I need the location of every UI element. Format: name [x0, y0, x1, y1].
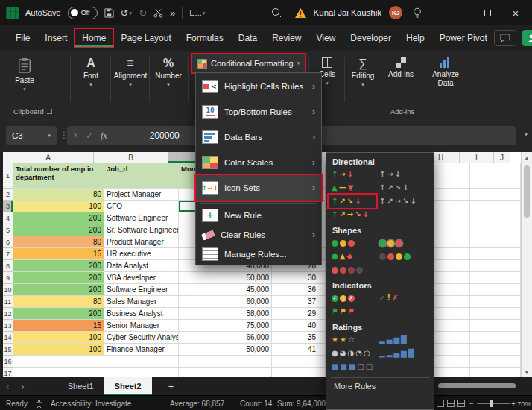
close-button[interactable]: × — [505, 4, 526, 22]
cell[interactable] — [470, 212, 504, 224]
cell[interactable]: 60,000 — [179, 296, 272, 308]
row-header-2[interactable]: 2 — [3, 189, 13, 201]
accessibility-status[interactable]: Accessibility: Investigate — [51, 400, 131, 408]
dialog-launcher-icon[interactable] — [47, 109, 52, 114]
cell[interactable] — [433, 308, 470, 320]
quick-access-item[interactable]: E... ▾ — [189, 9, 205, 17]
cell[interactable] — [104, 368, 179, 377]
iconset-3-flags[interactable]: ⚑⚑⚑ — [329, 305, 376, 318]
cell[interactable]: 36 — [272, 284, 326, 296]
row-header-15[interactable]: 15 — [3, 344, 13, 356]
iconset-5-arrows-colored[interactable]: ↑↗→↘↓ — [329, 208, 376, 221]
cell[interactable] — [470, 332, 504, 344]
cell[interactable]: 75,000 — [179, 320, 272, 332]
cell[interactable]: 100 — [13, 201, 104, 212]
cf-menu-item-new-rule[interactable]: +New Rule... — [196, 206, 321, 225]
cell[interactable]: Sr. Software Engineer — [104, 224, 179, 236]
cell[interactable]: 80 — [13, 296, 104, 308]
cell[interactable]: Finance Manager — [104, 344, 179, 356]
cell[interactable] — [504, 296, 521, 308]
cell[interactable]: Product Manager — [104, 236, 179, 248]
cell[interactable] — [504, 163, 521, 189]
cell[interactable]: Senior Manager — [104, 320, 179, 332]
alert-button[interactable] — [295, 8, 306, 18]
cell[interactable] — [433, 296, 470, 308]
vertical-scrollbar[interactable]: ▲ ▼ — [521, 152, 532, 377]
cell[interactable] — [470, 224, 504, 236]
sheet-tab-sheet1[interactable]: Sheet1 — [57, 377, 104, 395]
cell[interactable] — [470, 248, 504, 260]
cell[interactable] — [504, 308, 521, 320]
font-group-button[interactable]: A Font ▾ — [73, 54, 109, 102]
row-header-8[interactable]: 8 — [3, 260, 13, 272]
cell[interactable] — [433, 236, 470, 248]
row-header-4[interactable]: 4 — [3, 212, 13, 224]
cell[interactable]: 58,000 — [179, 308, 272, 320]
zoom-out-button[interactable]: − — [469, 396, 474, 410]
fx-icon[interactable]: fx — [101, 130, 107, 142]
editing-group-button[interactable]: ∑ Editing ▾ — [346, 54, 379, 102]
maximize-button[interactable] — [477, 4, 498, 22]
iconset-4-arrows-colored[interactable]: ↑↗↘↓ — [329, 195, 376, 208]
iconset-5-quarters[interactable]: ●◕◑◔○ — [329, 347, 376, 360]
row-header-3[interactable]: 3 — [3, 201, 13, 212]
cell[interactable]: CFO — [104, 201, 179, 212]
cell[interactable] — [13, 368, 104, 377]
row-header-7[interactable]: 7 — [3, 248, 13, 260]
iconset-3-stars[interactable]: ★★☆ — [329, 333, 376, 347]
cell[interactable] — [433, 163, 470, 189]
cell[interactable]: 80 — [13, 236, 104, 248]
cell[interactable] — [433, 248, 470, 260]
cell[interactable] — [433, 272, 470, 284]
cell[interactable]: 29 — [272, 308, 326, 320]
normal-view-icon[interactable] — [437, 400, 444, 407]
formula-bar-expand-icon[interactable]: ▾ — [525, 131, 528, 138]
cf-menu-item-clear-rules[interactable]: Clear Rules› — [196, 225, 321, 245]
sheet-nav-right-icon[interactable]: › — [15, 381, 30, 392]
row-header-12[interactable]: 12 — [3, 308, 13, 320]
cell[interactable] — [272, 356, 326, 368]
iconset-3-arrows-colored[interactable]: ↑→↓ — [329, 168, 376, 181]
cell[interactable] — [470, 308, 504, 320]
cell[interactable] — [470, 272, 504, 284]
cell[interactable] — [504, 356, 521, 368]
cell[interactable]: Cyber Security Analys — [104, 332, 179, 344]
cell[interactable] — [504, 272, 521, 284]
page-break-view-icon[interactable] — [457, 400, 465, 407]
cell[interactable]: Job_rl — [104, 163, 179, 189]
cell[interactable]: 200 — [13, 260, 104, 272]
iconset-5-boxes[interactable]: ■■■□□ — [329, 360, 376, 373]
column-header-b[interactable]: B — [94, 152, 168, 163]
zoom-thumb[interactable] — [490, 400, 493, 407]
cell[interactable]: Data Analyst — [104, 260, 179, 272]
cell[interactable] — [433, 189, 470, 201]
cell[interactable] — [470, 320, 504, 332]
cf-menu-item-highlight-cells-rules[interactable]: <Highlight Cells Rules› — [196, 74, 321, 99]
cell[interactable] — [504, 212, 521, 224]
cell[interactable] — [272, 368, 326, 377]
cell[interactable]: 80 — [13, 189, 104, 201]
column-header-a[interactable]: A — [3, 152, 94, 163]
cf-menu-item-color-scales[interactable]: Color Scales› — [196, 150, 321, 175]
iconset-4-traffic-lights[interactable] — [376, 250, 424, 263]
cell[interactable] — [179, 356, 272, 368]
cell[interactable]: 50,000 — [179, 272, 272, 284]
cell[interactable] — [504, 368, 521, 377]
sheet-nav-left-icon[interactable]: ‹ — [0, 381, 15, 392]
cell[interactable]: VBA developer — [104, 272, 179, 284]
row-header-14[interactable]: 14 — [3, 332, 13, 344]
cell[interactable] — [504, 224, 521, 236]
page-layout-view-icon[interactable] — [447, 400, 455, 407]
scroll-up-icon[interactable]: ▲ — [522, 152, 532, 163]
cell[interactable] — [433, 260, 470, 272]
cell[interactable]: 35 — [272, 332, 326, 344]
name-box[interactable]: C3 ▾ — [6, 126, 57, 145]
menu-tab-home[interactable]: Home — [75, 29, 113, 47]
minimize-button[interactable] — [449, 4, 469, 22]
cell[interactable] — [433, 201, 470, 212]
menu-tab-view[interactable]: View — [310, 29, 343, 47]
cell[interactable] — [179, 368, 272, 377]
save-button[interactable] — [104, 8, 114, 18]
cell[interactable] — [470, 344, 504, 356]
cell[interactable]: 40 — [272, 320, 326, 332]
